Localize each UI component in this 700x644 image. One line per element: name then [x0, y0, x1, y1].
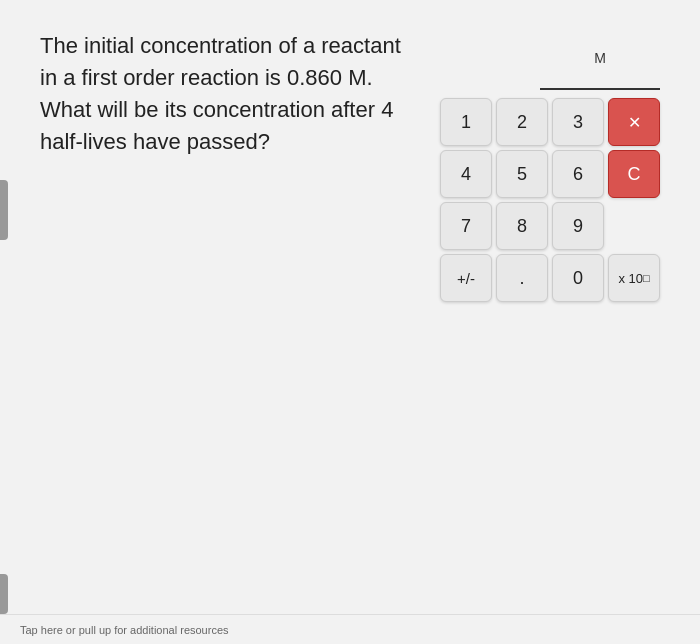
key-empty-slot — [608, 202, 660, 250]
main-container: The initial concentration of a reactant … — [0, 0, 700, 644]
keypad: 1 2 3 ✕ 4 5 6 C 7 8 9 +/- . 0 x 10□ — [440, 98, 660, 302]
calculator-panel: M 1 2 3 ✕ 4 5 6 C 7 — [420, 20, 680, 604]
key-1[interactable]: 1 — [440, 98, 492, 146]
display-line: M — [430, 50, 660, 90]
key-8[interactable]: 8 — [496, 202, 548, 250]
key-2[interactable]: 2 — [496, 98, 548, 146]
key-0[interactable]: 0 — [552, 254, 604, 302]
key-5[interactable]: 5 — [496, 150, 548, 198]
question-text: The initial concentration of a reactant … — [40, 30, 410, 158]
content-area: The initial concentration of a reactant … — [0, 0, 700, 614]
display-area: M — [430, 50, 660, 90]
question-panel: The initial concentration of a reactant … — [20, 20, 420, 604]
footer-text: Tap here or pull up for additional resou… — [20, 624, 229, 636]
unit-label: M — [594, 50, 606, 66]
key-3[interactable]: 3 — [552, 98, 604, 146]
bottom-tab — [0, 574, 8, 614]
key-exp[interactable]: x 10□ — [608, 254, 660, 302]
key-clear[interactable]: C — [608, 150, 660, 198]
key-dot[interactable]: . — [496, 254, 548, 302]
key-backspace[interactable]: ✕ — [608, 98, 660, 146]
footer[interactable]: Tap here or pull up for additional resou… — [0, 614, 700, 644]
key-sign[interactable]: +/- — [440, 254, 492, 302]
left-tab — [0, 180, 8, 240]
key-6[interactable]: 6 — [552, 150, 604, 198]
key-9[interactable]: 9 — [552, 202, 604, 250]
key-7[interactable]: 7 — [440, 202, 492, 250]
display-underline — [540, 68, 660, 90]
key-4[interactable]: 4 — [440, 150, 492, 198]
